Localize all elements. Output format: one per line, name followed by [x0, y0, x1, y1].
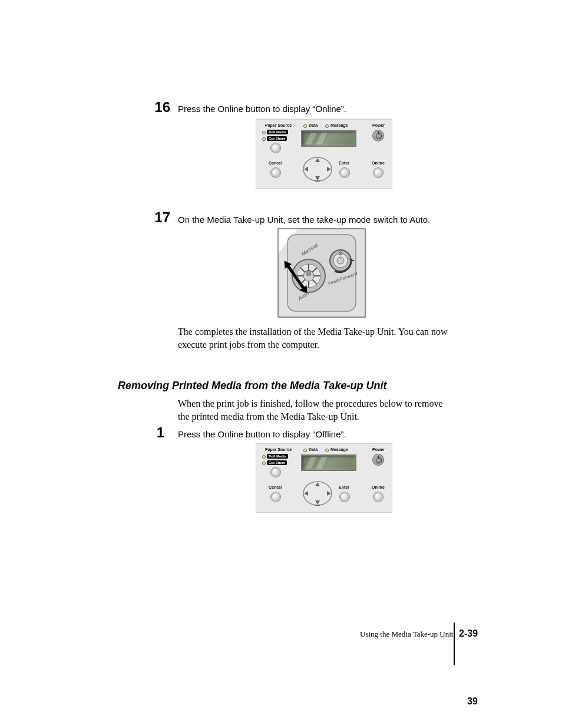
label-roll-media: Roll Media	[267, 130, 288, 134]
step-instruction: Press the Online button to display “Onli…	[178, 103, 449, 115]
footer-divider-icon	[454, 622, 455, 665]
label-online: Online	[372, 485, 385, 489]
enter-button-icon	[340, 168, 349, 177]
label-paper-source: Paper Source	[265, 447, 292, 452]
svg-marker-29	[327, 491, 331, 496]
label-cut-sheet: Cut Sheet	[267, 136, 287, 141]
cancel-button-icon	[271, 492, 280, 502]
online-button-icon	[373, 492, 383, 502]
printer-panel-figure: Paper Source Roll Media Cut Sheet Cancel…	[256, 119, 392, 189]
svg-marker-27	[315, 500, 320, 505]
lcd-display-icon	[301, 454, 356, 471]
power-button-icon	[373, 130, 384, 141]
paper-source-button-icon	[271, 143, 280, 153]
label-message: Message	[330, 123, 348, 127]
led-icon	[262, 455, 266, 459]
led-icon	[262, 462, 266, 465]
online-button-icon	[373, 168, 383, 177]
label-cancel: Cancel	[269, 485, 282, 489]
label-enter: Enter	[339, 485, 349, 489]
footer-section-title: Using the Media Take-up Unit	[360, 630, 453, 639]
svg-marker-28	[304, 491, 308, 496]
led-icon	[262, 131, 266, 134]
led-icon	[325, 124, 329, 128]
paper-source-button-icon	[271, 467, 280, 477]
printer-panel-figure: Paper Source Roll Media Cut Sheet Cancel…	[256, 443, 392, 513]
label-paper-source: Paper Source	[265, 123, 292, 127]
label-data: Data	[309, 447, 318, 452]
label-message: Message	[330, 447, 348, 452]
svg-marker-2	[315, 176, 320, 180]
svg-marker-26	[315, 482, 320, 486]
label-cut-sheet: Cut Sheet	[267, 460, 287, 465]
led-icon	[303, 449, 307, 452]
led-icon	[303, 124, 307, 128]
label-roll-media: Roll Media	[267, 454, 288, 459]
svg-point-22	[337, 257, 344, 264]
takeup-switch-figure: Manual Auto Feed/Forward	[275, 226, 369, 321]
label-cancel: Cancel	[269, 161, 282, 165]
power-button-icon	[373, 454, 384, 465]
svg-marker-3	[304, 167, 308, 172]
led-icon	[262, 137, 266, 141]
step-number: 16	[147, 99, 170, 116]
lcd-display-icon	[301, 130, 356, 147]
removal-intro-paragraph: When the print job is finished, follow t…	[178, 397, 449, 424]
led-icon	[325, 449, 329, 452]
svg-marker-4	[327, 167, 331, 172]
footer-page-number: 2-39	[459, 628, 478, 639]
step-instruction: Press the Online button to display “Offl…	[178, 429, 449, 440]
label-data: Data	[309, 123, 318, 127]
svg-marker-1	[315, 158, 320, 162]
svg-point-23	[339, 252, 342, 255]
completion-paragraph: The completes the installation of the Me…	[178, 325, 449, 352]
svg-rect-16	[307, 271, 310, 275]
label-online: Online	[372, 161, 385, 165]
arrow-pad-icon	[302, 480, 333, 506]
step-number: 17	[147, 209, 170, 226]
footer-sequence-number: 39	[467, 696, 478, 707]
cancel-button-icon	[271, 168, 280, 177]
label-power: Power	[372, 123, 385, 127]
section-heading: Removing Printed Media from the Media Ta…	[118, 380, 386, 392]
step-instruction: On the Media Take-up Unit, set the take-…	[178, 214, 472, 226]
label-enter: Enter	[339, 161, 349, 165]
label-power: Power	[372, 447, 385, 452]
step-number: 1	[153, 424, 164, 441]
enter-button-icon	[340, 492, 349, 502]
manual-page: 16 Press the Online button to display “O…	[0, 0, 562, 728]
arrow-pad-icon	[302, 156, 333, 182]
